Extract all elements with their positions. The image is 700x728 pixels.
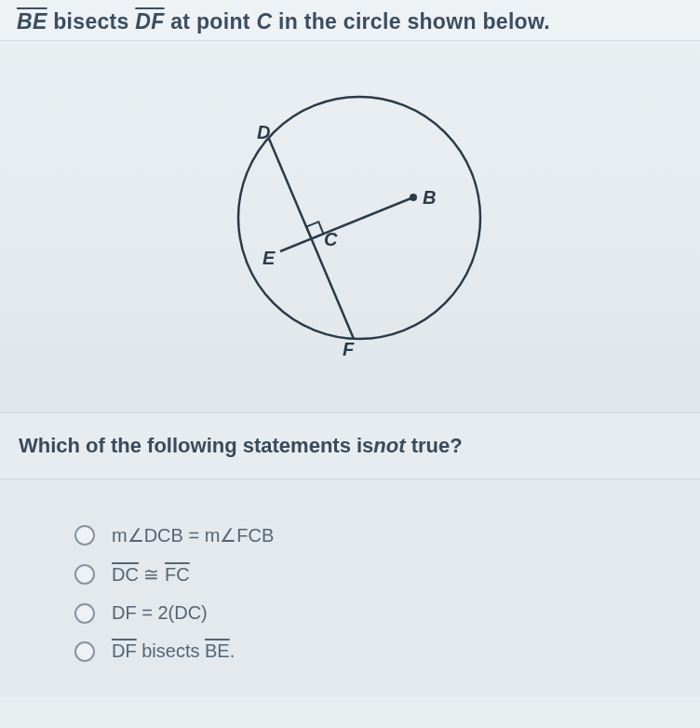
option-b-label: DC ≅ FC (112, 563, 190, 586)
question-header: BE bisects DF at point C in the circle s… (0, 0, 700, 41)
label-D: D (257, 122, 270, 142)
option-a[interactable]: m∠DCB = m∠FCB (74, 524, 644, 546)
label-F: F (343, 339, 355, 359)
option-a-label: m∠DCB = m∠FCB (112, 524, 274, 546)
question-prompt: Which of the following statements isnot … (0, 413, 700, 479)
option-c[interactable]: DF = 2(DC) (74, 602, 644, 624)
svg-point-3 (410, 194, 417, 201)
option-d-label: DF bisects BE. (112, 640, 235, 662)
diagram-block: D B E C F (0, 41, 700, 413)
option-d[interactable]: DF bisects BE. (74, 640, 644, 662)
option-c-label: DF = 2(DC) (112, 602, 208, 624)
radio-icon (74, 525, 95, 546)
point-C: C (256, 9, 272, 34)
segment-DF: DF (135, 9, 164, 34)
segment-BE: BE (17, 9, 47, 34)
radio-icon (74, 641, 95, 662)
circle-diagram: D B E C F (182, 60, 518, 395)
radio-icon (74, 603, 95, 624)
label-C: C (324, 229, 338, 249)
svg-point-0 (238, 97, 480, 339)
option-b[interactable]: DC ≅ FC (74, 563, 644, 586)
radio-icon (74, 564, 95, 585)
label-E: E (262, 248, 276, 268)
answers-block: m∠DCB = m∠FCB DC ≅ FC DF = 2(DC) DF bise… (0, 479, 700, 697)
label-B: B (423, 187, 436, 208)
svg-line-2 (280, 197, 413, 251)
